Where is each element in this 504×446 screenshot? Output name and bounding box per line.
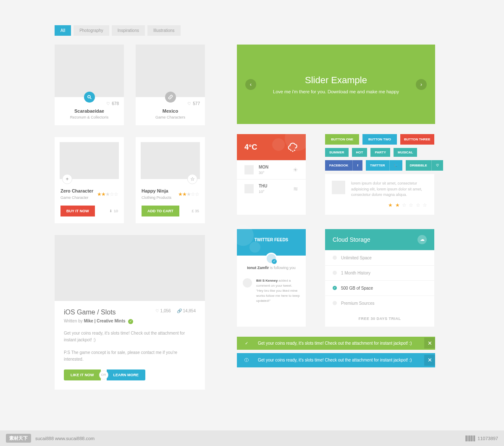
article-card: iOS Game / Slots Written by Mike | Creat… [55, 235, 205, 390]
twitter-avatar[interactable]: ✓ [265, 253, 277, 264]
info-icon: ⓘ [243, 357, 250, 363]
alert-info: ⓘ Get your coins ready, it's slots time!… [237, 353, 435, 367]
review-avatar [332, 181, 345, 194]
product-price: £ 35 [192, 209, 199, 213]
gallery-card[interactable]: ♡ 577 Mexico Game Characters [136, 45, 205, 125]
cloud-option[interactable]: Unlimited Space [325, 250, 434, 265]
alert-text: Get your coins ready, it's slots time! C… [258, 358, 412, 362]
button-three[interactable]: BUTTON THREE [400, 134, 434, 145]
svg-point-0 [88, 95, 90, 98]
cloud-option[interactable]: 1 Month History [325, 265, 434, 280]
sun-icon: ☀ [293, 166, 298, 173]
post-text: Bill S Kenney added a comment on your tw… [256, 278, 300, 303]
product-name: Happy Ninja [142, 188, 171, 193]
alert-text: Get your coins ready, it's slots time! C… [258, 341, 412, 346]
alert-close-button[interactable]: ✕ [424, 338, 435, 348]
like-button[interactable]: LIKE IT NOW [64, 369, 101, 380]
weather-header: 4°C [237, 134, 306, 160]
article-author: Written by Mike | Creative Mints ✓ [64, 319, 133, 324]
slider-next-button[interactable]: › [416, 79, 427, 90]
tag-summer[interactable]: SUMMER [325, 148, 349, 157]
facebook-icon: f [352, 160, 362, 171]
slider-prev-button[interactable]: ‹ [245, 79, 256, 90]
cloud-title: Cloud Storage [333, 236, 370, 243]
footer-id: 11073897 [465, 435, 498, 441]
filter-photography[interactable]: Photography [74, 25, 109, 36]
search-icon[interactable] [84, 92, 95, 103]
filter-all[interactable]: All [55, 25, 71, 36]
buttons-panel: BUTTON ONE BUTTON TWO BUTTON THREE SUMME… [325, 134, 434, 215]
slider-title: Slider Example [273, 75, 399, 86]
verified-icon: ✓ [272, 259, 277, 264]
alert-close-button[interactable]: ✕ [424, 355, 435, 366]
svg-point-2 [291, 150, 291, 150]
review-text: lorem ipsum dolor sit amet, consectetur … [351, 181, 428, 198]
weather-day-value: 30° [259, 171, 268, 175]
twitter-icon: 🐦 [389, 160, 402, 171]
filter-inspirations[interactable]: Inspirations [112, 25, 145, 36]
product-card[interactable]: + Zero Character Game Character ★★★☆☆ BU… [55, 137, 124, 223]
radio-icon [333, 271, 337, 275]
footer-watermark: 素材天下 sucai888 www.sucai888.com 11073897 [0, 430, 504, 446]
twitter-post[interactable]: Bill S Kenney added a comment on your tw… [243, 278, 300, 303]
button-one[interactable]: BUTTON ONE [325, 134, 359, 145]
weather-thumb [244, 165, 254, 174]
weather-temp: 4°C [244, 143, 257, 152]
check-icon: ✓ [243, 341, 250, 346]
filter-illustrations[interactable]: Illustrations [147, 25, 181, 36]
heart-icon: ♡ [431, 160, 443, 171]
product-image: + [60, 142, 119, 179]
weather-day-row[interactable]: THU10° ≋ [237, 179, 306, 198]
facebook-button[interactable]: FACEBOOKf [325, 160, 362, 171]
radio-icon [333, 301, 337, 305]
twitter-follow-row: Ionut Zamfir is following you [243, 266, 300, 270]
article-links[interactable]: 🔗 14,854 [177, 309, 196, 313]
verified-icon: ✓ [128, 319, 133, 324]
tag-party[interactable]: PARTY [370, 148, 390, 157]
cloud-icon: ☁ [417, 235, 427, 244]
article-likes[interactable]: ♡ 1,056 [155, 309, 171, 313]
weather-day-value: 10° [259, 190, 268, 194]
article-desc-1: Get your coins ready, it's slots time! C… [64, 330, 196, 343]
review-stars: ★ ★ ☆ ☆ ☆ ☆ [332, 202, 428, 208]
footer-url: sucai888 www.sucai888.com [35, 436, 94, 441]
svg-line-1 [90, 98, 91, 99]
heart-icon: ♡ [187, 101, 191, 106]
card-image [136, 45, 205, 97]
link-icon[interactable] [165, 92, 176, 103]
gallery-card[interactable]: ♡ 678 Scarabaeidae Rezonum & Collectoris [55, 45, 124, 125]
twitter-widget: TWITTER FEEDS ✓ Ionut Zamfir is followin… [237, 229, 306, 327]
button-two[interactable]: BUTTON TWO [362, 134, 396, 145]
tag-musical[interactable]: MUSICAL [394, 148, 417, 157]
card-subtitle: Game Characters [136, 113, 205, 125]
cloud-option[interactable]: Premium Sources [325, 296, 434, 311]
learn-more-button[interactable]: LEARN MORE [107, 369, 146, 380]
like-value: 577 [193, 101, 200, 106]
rating-stars: ★★★☆☆ [97, 191, 118, 197]
article-image [55, 235, 205, 301]
star-icon[interactable]: ☆ [187, 174, 197, 184]
add-to-cart-button[interactable]: ADD TO CART [142, 206, 179, 216]
card-title: Scarabaeidae [55, 108, 124, 113]
heart-icon: ♡ [155, 309, 159, 313]
download-icon: ⬇ [109, 209, 113, 213]
add-icon[interactable]: + [62, 174, 72, 184]
post-avatar [243, 278, 252, 288]
barcode-icon [465, 435, 475, 441]
card-image [55, 45, 124, 97]
link-icon: 🔗 [177, 309, 182, 313]
weather-day-row[interactable]: MON30° ☀ [237, 160, 306, 179]
cloud-option[interactable]: ✓500 GB of Space [325, 280, 434, 296]
tag-hot[interactable]: HOT [352, 148, 368, 157]
article-desc-2: P.S The game concept is for sale, please… [64, 349, 196, 363]
card-title: Mexico [136, 108, 205, 113]
product-category: Clothing Products [142, 195, 171, 200]
alert-success: ✓ Get your coins ready, it's slots time!… [237, 337, 435, 350]
twitter-button[interactable]: TWITTER🐦 [366, 160, 402, 171]
cloud-storage-widget: Cloud Storage ☁ Unlimited Space 1 Month … [325, 229, 434, 327]
product-name: Zero Character [60, 188, 93, 193]
dribbble-button[interactable]: DRIBBBLE♡ [406, 160, 443, 171]
review-card: lorem ipsum dolor sit amet, consectetur … [325, 174, 434, 215]
product-card[interactable]: ☆ Happy Ninja Clothing Products ★★★☆☆ AD… [136, 137, 205, 223]
buy-button[interactable]: BUY IT NOW [60, 206, 95, 216]
